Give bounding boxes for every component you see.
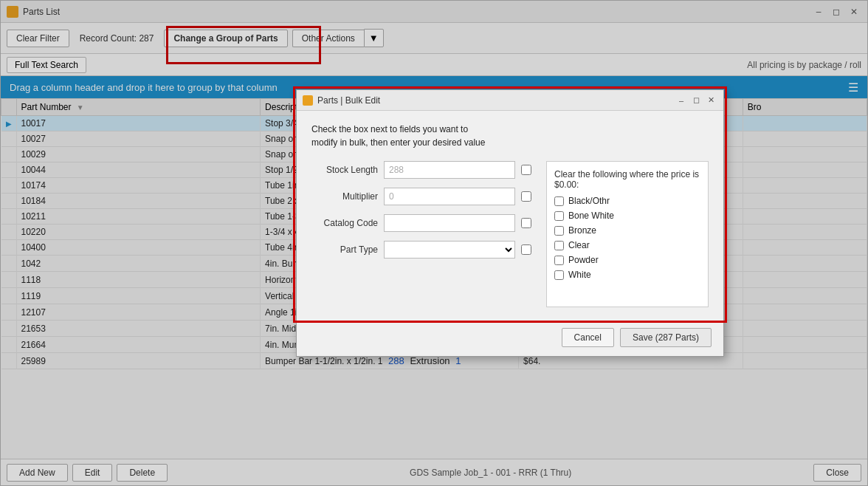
cancel-button[interactable]: Cancel xyxy=(562,328,614,347)
catalog-code-row: Catalog Code xyxy=(311,214,531,232)
checkbox-bronze[interactable] xyxy=(554,226,564,236)
part-type-select[interactable] xyxy=(384,241,515,259)
checkbox-powder[interactable] xyxy=(554,256,564,265)
checkbox-panel: Clear the following where the price is $… xyxy=(546,161,709,307)
checkbox-blackothr[interactable] xyxy=(554,196,564,206)
stock-length-row: Stock Length xyxy=(311,161,531,179)
form-section: Stock Length Multiplier Catalog Code xyxy=(311,161,531,307)
part-type-checkbox[interactable] xyxy=(521,244,531,255)
list-item: Black/Othr xyxy=(554,196,700,206)
modal-footer: Cancel Save (287 Parts) xyxy=(297,322,723,356)
checkbox-label: Clear xyxy=(568,240,590,250)
modal-minimize-button[interactable]: – xyxy=(675,94,688,107)
list-item: Bone White xyxy=(554,211,700,221)
checkbox-list: Black/OthrBone WhiteBronzeClearPowderWhi… xyxy=(554,196,700,299)
modal-title: Parts | Bulk Edit xyxy=(317,95,380,106)
checkbox-label: Powder xyxy=(568,255,599,265)
catalog-code-checkbox[interactable] xyxy=(521,218,531,228)
catalog-code-label: Catalog Code xyxy=(311,218,378,228)
part-type-row: Part Type xyxy=(311,241,531,259)
checkbox-panel-title: Clear the following where the price is $… xyxy=(554,169,700,190)
stock-length-label: Stock Length xyxy=(311,165,378,175)
checkbox-clear[interactable] xyxy=(554,241,564,250)
checkbox-bonewhite[interactable] xyxy=(554,211,564,221)
checkbox-label: Black/Othr xyxy=(568,196,610,206)
catalog-code-input[interactable] xyxy=(384,214,515,232)
stock-length-checkbox[interactable] xyxy=(521,165,531,175)
part-type-label: Part Type xyxy=(311,244,378,255)
checkbox-label: White xyxy=(568,270,591,280)
checkbox-label: Bone White xyxy=(568,211,614,221)
bulk-edit-modal: Parts | Bulk Edit – ◻ ✕ Check the box ne… xyxy=(296,89,724,357)
modal-title-bar: Parts | Bulk Edit – ◻ ✕ xyxy=(297,90,723,111)
list-item: White xyxy=(554,270,700,280)
list-item: Bronze xyxy=(554,225,700,236)
checkbox-label: Bronze xyxy=(568,225,596,236)
stock-length-input[interactable] xyxy=(384,161,515,179)
save-button[interactable]: Save (287 Parts) xyxy=(620,328,712,347)
list-item: Powder xyxy=(554,255,700,265)
multiplier-row: Multiplier xyxy=(311,188,531,205)
modal-instruction: Check the box next to fields you want to… xyxy=(311,123,709,149)
multiplier-input[interactable] xyxy=(384,188,515,205)
modal-maximize-button[interactable]: ◻ xyxy=(689,94,703,107)
multiplier-checkbox[interactable] xyxy=(521,191,531,202)
list-item: Clear xyxy=(554,240,700,250)
modal-icon xyxy=(303,95,313,106)
checkbox-white[interactable] xyxy=(554,270,564,280)
multiplier-label: Multiplier xyxy=(311,191,378,202)
modal-close-button[interactable]: ✕ xyxy=(704,94,717,107)
